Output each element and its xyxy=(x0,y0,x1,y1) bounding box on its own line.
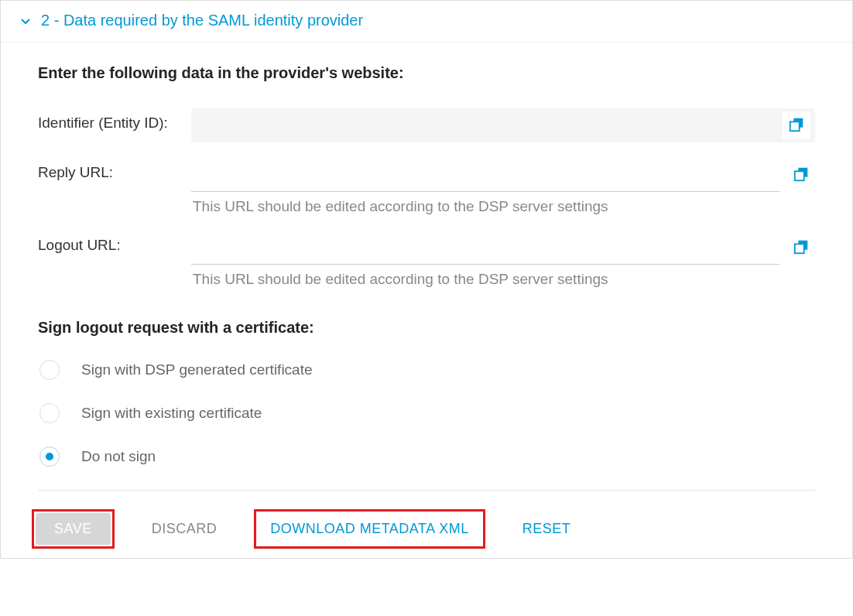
radio-sign-existing[interactable]: Sign with existing certificate xyxy=(39,403,815,423)
copy-logout-url-button[interactable] xyxy=(787,234,815,262)
logout-url-input[interactable] xyxy=(191,231,779,265)
footer-actions: SAVE DISCARD DOWNLOAD METADATA XML RESET xyxy=(1,498,852,558)
highlight-box: SAVE xyxy=(32,509,115,549)
section-header[interactable]: 2 - Data required by the SAML identity p… xyxy=(1,0,852,43)
saml-config-panel: 2 - Data required by the SAML identity p… xyxy=(0,0,853,559)
radio-icon xyxy=(39,447,60,467)
copy-identifier-button[interactable] xyxy=(783,111,810,139)
svg-rect-3 xyxy=(795,171,804,180)
logout-url-label: Logout URL: xyxy=(38,231,191,254)
reply-url-input[interactable] xyxy=(191,158,779,192)
radio-sign-dsp-generated[interactable]: Sign with DSP generated certificate xyxy=(39,360,815,380)
save-button[interactable]: SAVE xyxy=(36,513,111,545)
svg-rect-5 xyxy=(795,244,804,253)
download-metadata-button[interactable]: DOWNLOAD METADATA XML xyxy=(258,513,481,545)
divider xyxy=(38,490,815,491)
reset-button[interactable]: RESET xyxy=(510,513,584,545)
radio-do-not-sign[interactable]: Do not sign xyxy=(39,447,815,467)
radio-label: Sign with DSP generated certificate xyxy=(81,361,313,378)
field-reply-url: Reply URL: This URL should be edited acc… xyxy=(38,158,815,215)
highlight-box: DOWNLOAD METADATA XML xyxy=(254,509,485,549)
field-logout-url: Logout URL: This URL should be edited ac… xyxy=(38,231,815,288)
radio-label: Sign with existing certificate xyxy=(81,405,262,422)
reply-url-helper: This URL should be edited according to t… xyxy=(191,198,815,215)
svg-rect-1 xyxy=(790,121,800,131)
copy-reply-url-button[interactable] xyxy=(787,161,815,189)
radio-icon xyxy=(39,403,60,423)
cert-section-title: Sign logout request with a certificate: xyxy=(38,319,815,337)
section-content: Enter the following data in the provider… xyxy=(1,43,852,498)
logout-url-helper: This URL should be edited according to t… xyxy=(191,271,815,288)
field-identifier: Identifier (Entity ID): xyxy=(38,108,815,142)
radio-label: Do not sign xyxy=(81,448,156,465)
copy-icon xyxy=(788,116,805,135)
cert-radio-group: Sign with DSP generated certificate Sign… xyxy=(39,360,815,467)
identifier-label: Identifier (Entity ID): xyxy=(38,108,191,132)
section-title: 2 - Data required by the SAML identity p… xyxy=(41,12,363,29)
discard-button[interactable]: DISCARD xyxy=(139,513,230,545)
copy-icon xyxy=(793,166,810,185)
reply-url-label: Reply URL: xyxy=(38,158,191,181)
identifier-input[interactable] xyxy=(191,108,775,142)
copy-icon xyxy=(793,238,810,258)
radio-icon xyxy=(39,360,60,380)
intro-text: Enter the following data in the provider… xyxy=(38,64,815,82)
chevron-down-icon xyxy=(19,15,32,27)
